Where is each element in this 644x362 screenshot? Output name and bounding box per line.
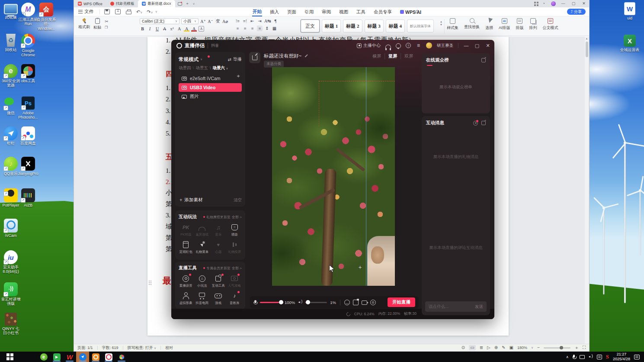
feature-button[interactable]: 音乐	[210, 223, 227, 237]
ribbon-tab[interactable]: 引用	[304, 8, 314, 16]
notification-center-icon[interactable]	[634, 355, 640, 359]
ribbon-tool-button[interactable]: 排列	[529, 18, 537, 31]
file-menu-button[interactable]: 文件	[74, 9, 98, 15]
feedback-chat-icon[interactable]	[396, 43, 401, 48]
desktop-icon[interactable]: obs工具	[18, 64, 38, 83]
ribbon-tool-button[interactable]: 查找替换	[464, 18, 480, 30]
ribbon-tab[interactable]: 工具	[356, 8, 366, 16]
format-painter-button[interactable]: 格式刷	[78, 18, 90, 30]
chat-input[interactable]: 说点什么... 发送	[425, 301, 487, 312]
style-preset[interactable]: 标题 2	[343, 19, 362, 32]
edit-title-button[interactable]	[249, 52, 260, 63]
feature-button[interactable]: 直播设置	[178, 275, 194, 288]
ribbon-tab[interactable]: 插入	[269, 8, 279, 16]
edit-mode-icon[interactable]: ✎	[502, 346, 505, 350]
desktop-icon[interactable]: 百度网盘	[18, 126, 38, 145]
feature-button[interactable]: 人气攻略	[227, 275, 243, 288]
save-icon[interactable]	[104, 9, 110, 14]
scene-tab[interactable]: 场景六	[208, 65, 228, 71]
workspace-grid-icon[interactable]	[534, 2, 538, 6]
clear-button[interactable]: 清空	[234, 197, 242, 203]
redo-icon[interactable]: ↷∨	[147, 9, 153, 15]
scrollbar-thumb[interactable]	[586, 42, 588, 57]
input-method-icon[interactable]	[597, 355, 602, 359]
style-preset[interactable]: 默认段落字体	[407, 19, 434, 32]
scene-tab[interactable]: 场景四	[179, 65, 191, 71]
eye-protect-icon[interactable]: ⊙	[461, 346, 465, 350]
style-preset[interactable]: 标题 4	[386, 19, 405, 32]
font-color-button[interactable]: A	[191, 26, 197, 32]
stream-preview[interactable]	[272, 67, 395, 286]
align-justify-icon[interactable]: ≡	[257, 26, 263, 31]
decrease-indent-icon[interactable]: ⇤	[250, 18, 255, 24]
send-button[interactable]: 发送	[475, 304, 483, 310]
fit-page-icon[interactable]: ▣	[509, 346, 513, 350]
ribbon-tool-button[interactable]: 排版	[516, 18, 524, 31]
ribbon-tab[interactable]: 会员专享	[373, 8, 392, 16]
desktop-icon[interactable]: AIZB	[18, 188, 38, 207]
popout-icon[interactable]	[481, 121, 486, 125]
web-view-icon[interactable]: ⊕	[494, 346, 498, 350]
message-settings-gear-icon[interactable]	[473, 121, 478, 126]
screen-mode-button[interactable]: 竖屏	[384, 53, 400, 59]
styles-down-icon[interactable]: ▼	[440, 23, 442, 26]
microphone-icon[interactable]	[253, 300, 257, 305]
desktop-icon[interactable]: 音艺对讲增强版	[1, 282, 21, 306]
highlight-color-button[interactable]: A	[184, 26, 189, 32]
zoom-in-button[interactable]: ＋	[574, 346, 579, 350]
anchor-center-button[interactable]: 主播中心	[357, 42, 381, 48]
ribbon-tool-button[interactable]: 选择	[485, 18, 493, 31]
notification-icon[interactable]: ◔	[538, 0, 549, 7]
taskbar-app-icon[interactable]	[115, 352, 128, 362]
source-item[interactable]: USB3 Video	[179, 83, 242, 92]
feature-button[interactable]: 定期红包	[178, 241, 194, 254]
add-scene-button[interactable]: ＋	[236, 72, 241, 80]
desktop-icon[interactable]: JianyingPro	[18, 157, 38, 176]
ribbon-tab[interactable]: 页面	[287, 8, 297, 16]
bold-button[interactable]: B	[140, 26, 145, 32]
decrease-font-icon[interactable]: A⁻	[208, 19, 213, 24]
ribbon-tab[interactable]: 审阅	[321, 8, 331, 16]
share-button[interactable]: ⤴ 分享	[567, 9, 586, 15]
screen-mode-button[interactable]: 双屏	[400, 53, 417, 59]
headset-support-icon[interactable]	[385, 45, 391, 48]
wps-document-tab[interactable]: WPS Office	[74, 0, 106, 7]
export-icon[interactable]	[115, 9, 121, 14]
bullet-list-icon[interactable]: ⁝≡	[235, 18, 240, 24]
cut-icon[interactable]: ✂	[105, 19, 108, 24]
scroll-up-icon[interactable]: ▲	[585, 36, 589, 41]
desktop-icon[interactable]: 宏天助手 8.0(64位)	[1, 250, 21, 274]
tray-speaker-icon[interactable]	[589, 355, 593, 359]
taskbar-app-icon[interactable]	[50, 352, 63, 362]
text-effect-button[interactable]: A	[176, 26, 182, 32]
feature-button[interactable]: 心愿	[210, 241, 227, 254]
feedback-bubble-icon[interactable]	[178, 2, 182, 6]
feature-button[interactable]: 抖音电商	[194, 292, 211, 305]
edit-pencil-icon[interactable]	[304, 54, 308, 58]
wps-user-avatar[interactable]	[551, 1, 556, 6]
tray-microphone-icon[interactable]	[573, 355, 576, 359]
superscript-button[interactable]: x²	[169, 26, 175, 32]
feature-button[interactable]: 游戏	[210, 292, 227, 305]
feature-button[interactable]: 小玩法	[194, 275, 211, 288]
play-view-icon[interactable]: ▷	[487, 346, 490, 350]
help-icon[interactable]: ?	[406, 43, 411, 48]
show-marks-icon[interactable]: ¶	[273, 18, 279, 24]
underline-button[interactable]: U	[154, 26, 160, 32]
zoom-slider[interactable]	[544, 347, 570, 349]
search-icon[interactable]	[416, 10, 419, 13]
source-item[interactable]: e2eSoft iVCam	[179, 74, 242, 83]
styles-up-icon[interactable]: ▲	[440, 20, 442, 23]
italic-button[interactable]: I	[147, 26, 153, 32]
wps-minimize-button[interactable]: —	[558, 0, 568, 7]
source-item[interactable]: 图片	[179, 92, 242, 101]
taskbar-app-icon[interactable]	[63, 352, 76, 362]
align-right-icon[interactable]: ≡	[250, 26, 255, 31]
document-scrollbar[interactable]: ▲	[585, 36, 589, 344]
increase-indent-icon[interactable]: ⇥	[257, 18, 263, 24]
start-live-button[interactable]: 开始直播	[388, 297, 415, 307]
ribbon-tool-button[interactable]: AI排版	[499, 18, 510, 31]
view-all-button[interactable]: 全部 >	[232, 266, 242, 271]
camera-icon[interactable]	[362, 301, 367, 305]
live-maximize-button[interactable]: ▢	[474, 43, 480, 48]
